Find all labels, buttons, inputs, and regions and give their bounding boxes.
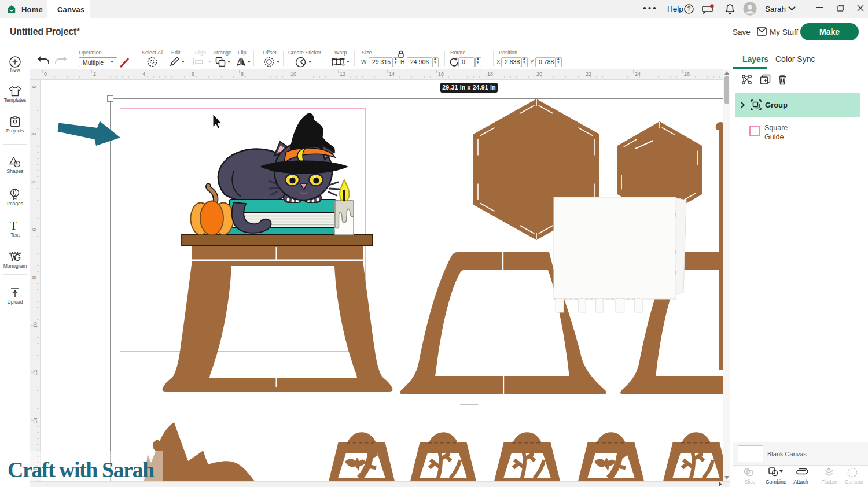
svg-text:?: ? <box>687 6 691 12</box>
